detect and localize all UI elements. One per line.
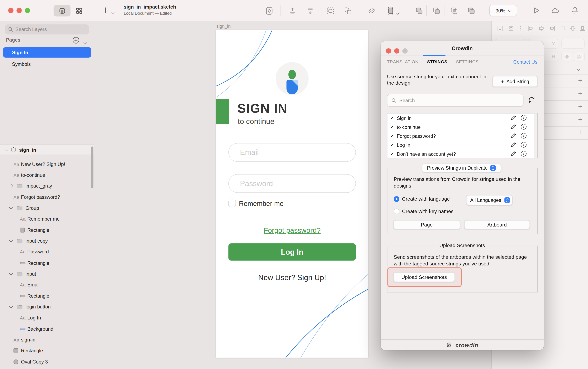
flip-vertical-button[interactable]: [574, 51, 585, 61]
layer-row[interactable]: AaRemember me: [0, 213, 94, 224]
info-icon[interactable]: i: [521, 124, 526, 130]
layer-row-folder[interactable]: impact_gray: [0, 180, 94, 191]
string-search-field[interactable]: [387, 94, 524, 107]
layer-row[interactable]: AaLog In: [0, 312, 94, 323]
password-field[interactable]: [229, 174, 356, 193]
artboard-sign-in[interactable]: SIGN IN to continue Remember me Forgot p…: [216, 30, 368, 358]
align-bottom-icon[interactable]: [579, 25, 586, 31]
align-center-horizontal-icon[interactable]: [538, 25, 545, 31]
string-search-input[interactable]: [399, 98, 512, 103]
align-top-icon[interactable]: [560, 25, 566, 31]
search-layers-input[interactable]: [15, 27, 79, 32]
rotation-field[interactable]: °: [561, 39, 585, 49]
create-with-key-names-radio[interactable]: [394, 209, 399, 214]
email-field[interactable]: [229, 143, 356, 162]
log-in-button[interactable]: Log In: [229, 243, 356, 260]
info-icon[interactable]: i: [521, 133, 526, 139]
insert-chevron-icon[interactable]: [112, 9, 114, 16]
page-button[interactable]: Page: [393, 220, 460, 229]
insert-shape-icon[interactable]: [265, 6, 274, 15]
align-middle-icon[interactable]: [570, 25, 576, 31]
add-style-button[interactable]: +: [577, 104, 583, 110]
tab-translation[interactable]: TRANSLATION: [387, 60, 419, 64]
pages-collapse-chevron-icon[interactable]: [84, 39, 86, 46]
layer-row[interactable]: Rectangle: [0, 258, 94, 269]
chevron-right-icon[interactable]: [9, 184, 13, 188]
window-minimize-button[interactable]: [17, 8, 22, 13]
tab-settings[interactable]: SETTINGS: [456, 60, 479, 64]
insert-plus-button[interactable]: [102, 7, 109, 13]
grid-view-button[interactable]: [70, 5, 87, 17]
move-backward-icon[interactable]: [306, 6, 315, 15]
artboard-button[interactable]: Artboard: [464, 220, 530, 229]
chevron-down-icon[interactable]: [5, 147, 8, 151]
window-close-button[interactable]: [8, 8, 13, 13]
info-icon[interactable]: i: [521, 115, 526, 121]
layer-row[interactable]: Aasign-in: [0, 334, 94, 345]
distribute-horizontal-icon[interactable]: [497, 25, 503, 31]
boolean-intersect-icon[interactable]: [450, 6, 459, 15]
string-row[interactable]: ✓ Sign in i: [387, 114, 534, 122]
sign-up-text[interactable]: New User? Sign Up!: [216, 273, 368, 282]
window-zoom-button[interactable]: [25, 8, 30, 13]
sidebar-page-symbols[interactable]: Symbols: [3, 59, 91, 69]
remember-me-checkbox[interactable]: [229, 199, 236, 207]
add-string-button[interactable]: + Add String: [493, 76, 538, 87]
layer-row-folder[interactable]: login button: [0, 301, 94, 312]
language-select[interactable]: All Languages: [466, 195, 513, 205]
string-row[interactable]: ✓ Forgot password? i: [387, 131, 534, 140]
create-with-language-radio[interactable]: [394, 196, 399, 202]
notifications-bell-button[interactable]: [571, 6, 579, 14]
boolean-subtract-icon[interactable]: [432, 6, 441, 15]
edit-pencil-icon[interactable]: [510, 142, 516, 148]
boolean-union-icon[interactable]: [415, 6, 424, 15]
layer-row[interactable]: Aato-continue: [0, 170, 94, 180]
sidebar-page-sign-in[interactable]: Sign In: [3, 47, 91, 58]
layer-row-folder[interactable]: Group: [0, 203, 94, 213]
strings-scrollbar-track[interactable]: [534, 114, 537, 158]
layer-row[interactable]: Rectangle: [0, 225, 94, 235]
canvas-view-button[interactable]: [54, 5, 71, 17]
info-icon[interactable]: i: [521, 142, 526, 148]
layer-row[interactable]: Rectangle: [0, 345, 94, 356]
tab-strings[interactable]: STRINGS: [427, 60, 447, 64]
string-row[interactable]: ✓ Don’t have an account yet? i: [387, 150, 534, 159]
cloud-sync-button[interactable]: [550, 6, 559, 15]
layer-search-field[interactable]: [5, 24, 89, 34]
distribute-vertical-icon[interactable]: [508, 25, 514, 31]
layer-row[interactable]: Background: [0, 324, 94, 334]
layer-row[interactable]: Oval Copy 3: [0, 357, 94, 367]
layer-row-folder[interactable]: input: [0, 269, 94, 279]
chevron-down-icon[interactable]: [9, 206, 13, 209]
boolean-difference-icon[interactable]: [467, 6, 476, 15]
zoom-level-select[interactable]: 90%: [489, 5, 517, 16]
contact-us-link[interactable]: Contact Us: [513, 59, 537, 65]
layer-row-folder[interactable]: input copy: [0, 235, 94, 246]
upload-screenshots-button[interactable]: Upload Screenshots: [393, 272, 455, 282]
preview-play-button[interactable]: [532, 6, 540, 14]
layer-row[interactable]: AaPassword: [0, 247, 94, 257]
more-options-dots-icon[interactable]: [518, 25, 524, 31]
artboard-title-label[interactable]: sign_in: [216, 24, 231, 29]
flip-horizontal-button[interactable]: [561, 51, 572, 61]
string-row[interactable]: ✓ to continue i: [387, 122, 534, 131]
layer-row[interactable]: AaNew User? Sign Up!: [0, 159, 94, 170]
align-left-icon[interactable]: [527, 25, 534, 31]
resize-chevron-icon[interactable]: [396, 9, 399, 16]
edit-pencil-icon[interactable]: [510, 151, 516, 157]
add-style-button[interactable]: +: [577, 91, 583, 97]
align-right-icon[interactable]: [549, 25, 555, 31]
add-page-icon[interactable]: [72, 37, 79, 44]
string-row[interactable]: ✓ Log In i: [387, 140, 534, 150]
edit-pencil-icon[interactable]: [510, 115, 516, 121]
refresh-icon[interactable]: [528, 96, 536, 104]
chevron-down-icon[interactable]: [9, 239, 13, 242]
preview-strings-duplicate-button[interactable]: Preview Strings in Duplicate: [422, 164, 501, 172]
group-icon[interactable]: [326, 6, 335, 15]
edit-pencil-icon[interactable]: [510, 133, 516, 139]
chevron-down-icon[interactable]: [9, 305, 13, 308]
add-style-button[interactable]: +: [577, 78, 583, 84]
layer-row[interactable]: AaEmail: [0, 279, 94, 290]
info-icon[interactable]: i: [521, 151, 526, 157]
layer-row[interactable]: Rectangle: [0, 290, 94, 301]
